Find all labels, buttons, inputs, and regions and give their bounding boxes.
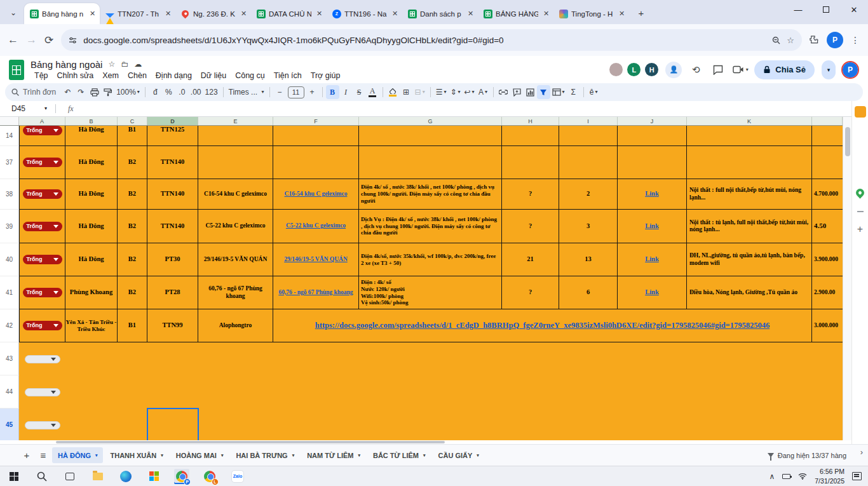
- row-number[interactable]: 39: [0, 210, 19, 243]
- cell-i14[interactable]: [559, 126, 618, 146]
- status-dropdown-empty[interactable]: [25, 421, 60, 429]
- close-icon[interactable]: ✕: [541, 9, 551, 18]
- move-folder-icon[interactable]: 🗀: [121, 60, 128, 69]
- fill-color-button[interactable]: [386, 85, 400, 99]
- cell-l14[interactable]: [812, 126, 843, 146]
- sheet-tab-ha-dong[interactable]: HÀ ĐÔNG▾: [52, 447, 103, 463]
- toolbar-search[interactable]: Trình đơn: [11, 88, 61, 97]
- all-sheets-button[interactable]: ≡: [36, 448, 51, 463]
- sheet-tab-hoang-mai[interactable]: HOÀNG MAI▾: [170, 447, 229, 463]
- text-rotate-button[interactable]: A▾: [477, 85, 490, 99]
- text-wrap-button[interactable]: ↩▾: [463, 85, 477, 99]
- cell-i37[interactable]: [559, 146, 618, 179]
- menu-extensions[interactable]: Tiện ích: [270, 71, 306, 81]
- cell-e42[interactable]: Alophongtro: [198, 309, 273, 342]
- cell-f39-link[interactable]: C5-22 khu C geleximco: [273, 210, 359, 243]
- row-number[interactable]: 44: [0, 375, 19, 408]
- sheet-tab-nam-tu-liem[interactable]: NAM TỪ LIÊM▾: [301, 447, 366, 463]
- sheet-tab-cau-giay[interactable]: CẦU GIẤY▾: [433, 447, 485, 463]
- cell-j41-link[interactable]: Link: [618, 276, 687, 309]
- redo-button[interactable]: ↷: [74, 85, 88, 99]
- chrome-profile-l-icon[interactable]: L: [202, 469, 217, 484]
- cell-k41[interactable]: Điều hòa, Nóng lạnh, Giường ,Tủ quần áo: [687, 276, 812, 309]
- cell-g39[interactable]: Dịch Vụ : Điện 4k/ số , nước 38k/ khối ,…: [359, 210, 502, 243]
- tab-search-icon[interactable]: ⌄: [5, 4, 22, 21]
- row-number[interactable]: 14: [0, 126, 19, 146]
- document-title[interactable]: Bảng hàng ngoài: [31, 59, 102, 70]
- cell-j37[interactable]: [618, 146, 687, 179]
- collaborator-avatar[interactable]: L: [626, 62, 642, 78]
- cell-f37[interactable]: [273, 146, 359, 179]
- browser-tab-maps[interactable]: Ng. 236 Đ. K ✕: [175, 3, 251, 24]
- cell-a38[interactable]: Trống: [19, 179, 65, 210]
- cell-e37[interactable]: [198, 146, 273, 179]
- cell-g40[interactable]: Điện 4k/số, nước 35k/khối, wf 100k/p, dv…: [359, 243, 502, 276]
- cell-g41[interactable]: Điện : 4k/ số Nước 120k/ người Wifi:100k…: [359, 276, 502, 309]
- cell-d14[interactable]: TTN125: [147, 126, 198, 146]
- status-dropdown-empty[interactable]: [25, 355, 60, 363]
- increase-decimal-button[interactable]: .00: [189, 85, 203, 99]
- cell-e38[interactable]: C16-54 khu C geleximco: [198, 179, 273, 210]
- cell-f38-link[interactable]: C16-54 khu C geleximco: [273, 179, 359, 210]
- cell-h40[interactable]: 21: [502, 243, 559, 276]
- bookmark-star-icon[interactable]: ☆: [787, 36, 794, 45]
- add-addon-icon[interactable]: +: [852, 224, 868, 235]
- decrease-font-size-button[interactable]: −: [273, 85, 287, 99]
- cell-d37[interactable]: TTN140: [147, 146, 198, 179]
- close-icon[interactable]: ✕: [466, 9, 475, 18]
- create-filter-button[interactable]: [537, 85, 550, 99]
- status-dropdown[interactable]: Trống: [23, 126, 62, 135]
- sheet-tab-thanh-xuan[interactable]: THANH XUÂN▾: [104, 447, 168, 463]
- cell-h38[interactable]: ?: [502, 179, 559, 210]
- sheet-tab-hai-ba-trung[interactable]: HAI BÀ TRƯNG▾: [230, 447, 300, 463]
- name-box[interactable]: D45▾: [6, 104, 52, 113]
- row-number[interactable]: 37: [0, 146, 19, 179]
- menu-help[interactable]: Trợ giúp: [307, 71, 344, 81]
- cell-l41[interactable]: 2.900.00: [812, 276, 843, 309]
- file-explorer-icon[interactable]: [90, 469, 105, 484]
- horizontal-align-button[interactable]: ☰▾: [434, 85, 449, 99]
- cell-l37[interactable]: [812, 146, 843, 179]
- cell-l40[interactable]: 3.900.000: [812, 243, 843, 276]
- row-number[interactable]: 41: [0, 276, 19, 309]
- tray-expand-icon[interactable]: ∧: [769, 472, 775, 481]
- increase-font-size-button[interactable]: +: [306, 85, 319, 99]
- close-icon[interactable]: ✕: [617, 9, 627, 18]
- cell-a39[interactable]: Trống: [19, 210, 65, 243]
- close-icon[interactable]: ✕: [390, 9, 400, 18]
- cell-a43[interactable]: [19, 342, 65, 375]
- browser-profile-avatar[interactable]: P: [827, 32, 843, 48]
- cell-h14[interactable]: [502, 126, 559, 146]
- add-people-icon[interactable]: 👤: [665, 62, 682, 78]
- cell-a41[interactable]: Trống: [19, 276, 65, 309]
- cell-e14[interactable]: [198, 126, 273, 146]
- insert-comment-button[interactable]: [510, 85, 524, 99]
- format-currency-button[interactable]: đ: [149, 85, 162, 99]
- menu-insert[interactable]: Chèn: [124, 71, 151, 81]
- cell-k40[interactable]: ĐH, NL,giường, tủ quần áo,tủ lạnh, bàn b…: [687, 243, 812, 276]
- filter-views-button[interactable]: ▾: [550, 85, 567, 99]
- input-tools-button[interactable]: ê▾: [587, 85, 600, 99]
- column-header-a[interactable]: A: [19, 117, 65, 125]
- back-icon[interactable]: ←: [8, 34, 18, 46]
- share-dropdown[interactable]: ▾: [822, 60, 836, 79]
- browser-tab-sheets-active[interactable]: Bảng hàng n ✕: [24, 3, 100, 24]
- functions-button[interactable]: Σ: [567, 85, 580, 99]
- column-header-b[interactable]: B: [65, 117, 118, 125]
- vertical-align-button[interactable]: ⇕▾: [448, 85, 462, 99]
- start-button[interactable]: [6, 469, 22, 484]
- font-size-input[interactable]: 11: [288, 86, 304, 98]
- cell-c39[interactable]: B2: [118, 210, 147, 243]
- column-header-k[interactable]: K: [687, 117, 812, 125]
- forward-icon[interactable]: →: [26, 34, 37, 46]
- browser-tab-bang-hang[interactable]: BẢNG HÀNG ✕: [478, 3, 553, 24]
- taskbar-clock[interactable]: 6:56 PM 7/31/2025: [815, 467, 844, 485]
- cell-c40[interactable]: B2: [118, 243, 147, 276]
- cell-a45[interactable]: [19, 408, 65, 440]
- italic-button[interactable]: I: [339, 85, 353, 99]
- cell-k37[interactable]: [687, 146, 812, 179]
- browser-tab-data-chu[interactable]: DATA CHỦ N ✕: [251, 3, 327, 24]
- cell-k38[interactable]: Nội thất : full nội thất,bếp từ,hút mùi,…: [687, 179, 812, 210]
- task-view-icon[interactable]: [62, 469, 78, 484]
- close-window-button[interactable]: ✕: [840, 0, 868, 19]
